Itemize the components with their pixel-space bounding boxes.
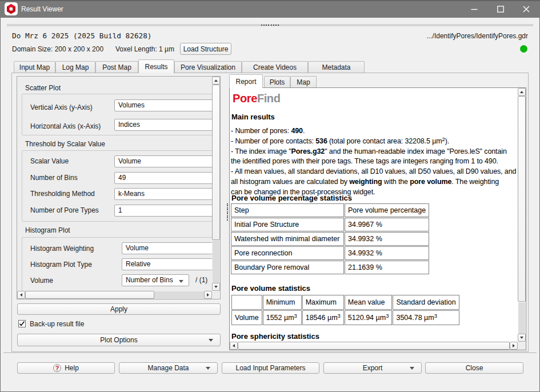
chevron-down-icon: [179, 280, 183, 283]
splitter-dot: [268, 25, 269, 26]
report-text-segment: " and the human-readable index image "Po…: [325, 147, 507, 155]
group-title-threshold: Threshold by Scalar Value: [25, 140, 105, 148]
vertical-scrollbar-track[interactable]: [213, 241, 219, 283]
table-cell: Maximum: [302, 295, 344, 310]
table-cell: Boundary Pore removal: [231, 261, 344, 274]
report-text-segment: .: [303, 127, 305, 135]
table-row: Minimum Maximum Mean value Standard devi…: [231, 295, 459, 310]
manage-data-label: Manage Data: [147, 364, 189, 372]
chevron-down-icon: [206, 367, 210, 370]
tab-report[interactable]: Report: [229, 74, 263, 88]
number-of-pore-types-input[interactable]: 1: [114, 205, 212, 217]
horizontal-axis-combobox[interactable]: Indices: [114, 119, 212, 131]
table-row: Volume 1552 µm3 18546 µm3 5120.94 µm3 35…: [231, 310, 459, 325]
report-view: PoreFind Main results - Number of pores:…: [230, 88, 518, 342]
table-row: Boundary Pore removal21.1639 %: [231, 261, 429, 274]
close-button[interactable]: Close: [425, 362, 523, 374]
tab-input-map[interactable]: Input Map: [14, 61, 55, 73]
horizontal-scrollbar-track[interactable]: [154, 291, 204, 298]
table-cell: Pore reconnection: [231, 246, 344, 260]
tab-pore-visualization[interactable]: Pore Visualization: [174, 61, 242, 73]
scroll-down-button[interactable]: [212, 283, 220, 291]
tab-label: Map: [297, 78, 310, 86]
maximize-button[interactable]: [487, 0, 514, 18]
group-title-scatter-plot: Scatter Plot: [25, 84, 61, 92]
thresholding-method-combobox[interactable]: k-Means: [114, 188, 212, 200]
histogram-weighting-combobox[interactable]: Volume: [122, 242, 212, 254]
number-of-bins-input[interactable]: 49: [114, 172, 212, 184]
parameters-viewport: Scatter Plot Vertical Axis (y-Axis) Volu…: [17, 77, 212, 291]
splitter-dot: [275, 25, 277, 26]
tab-plots[interactable]: Plots: [264, 76, 290, 87]
report-horizontal-scrollbar-thumb[interactable]: [238, 342, 510, 350]
table-cell-superscript: 3: [386, 313, 389, 319]
vertical-axis-combobox[interactable]: Volumes: [114, 99, 212, 111]
tab-results[interactable]: Results: [138, 59, 174, 73]
tab-label: Plots: [270, 78, 285, 86]
scroll-right-button[interactable]: [204, 291, 212, 299]
vertical-splitter-handle[interactable]: [225, 202, 229, 221]
table-cell: Volume: [231, 310, 262, 325]
report-text-segment: all histogram values are calculated by: [231, 178, 349, 186]
table-cell-value: 5120.94 µm: [348, 314, 386, 322]
chevron-down-icon: [410, 367, 414, 370]
minimize-button[interactable]: [461, 0, 487, 18]
report-scroll-left-button[interactable]: [230, 342, 238, 350]
report-text-segment: 536: [315, 137, 327, 145]
close-x-icon: [523, 6, 530, 13]
tab-log-map[interactable]: Log Map: [55, 61, 95, 73]
tab-label: Log Map: [62, 63, 89, 71]
splitter-dot: [227, 215, 228, 217]
report-scroll-right-button[interactable]: [510, 342, 518, 350]
report-vertical-scrollbar-thumb[interactable]: [518, 96, 526, 302]
tab-create-videos[interactable]: Create Videos: [242, 61, 308, 73]
scalar-value-combobox[interactable]: Volume: [114, 155, 212, 167]
report-vertical-scrollbar-track[interactable]: [518, 302, 525, 334]
close-icon[interactable]: [513, 0, 539, 18]
table-cell-value: 18546 µm: [306, 314, 338, 322]
report-text-segment: - Number of pore contacts:: [231, 137, 315, 145]
manage-data-button[interactable]: Manage Data: [119, 362, 218, 374]
backup-result-file-checkbox[interactable]: [18, 320, 26, 327]
scroll-left-button[interactable]: [17, 291, 25, 299]
help-button[interactable]: ?Help: [17, 362, 115, 374]
scroll-up-button[interactable]: [212, 77, 220, 85]
field-value: 49: [118, 174, 126, 182]
splitter-dot: [271, 25, 272, 26]
field-value: Number of Bins: [126, 276, 173, 284]
logo-part-pore: Pore: [233, 92, 257, 105]
tab-label: Input Map: [19, 63, 50, 71]
field-value: k-Means: [118, 190, 145, 198]
triangle-up-icon: [520, 91, 523, 93]
pore-volume-statistics-table: Minimum Maximum Mean value Standard devi…: [231, 294, 460, 326]
table-cell: 34.9932 %: [345, 246, 429, 260]
table-cell: Pore volume percentage: [345, 203, 429, 217]
table-cell: Watershed with minimal diameter: [231, 232, 344, 246]
pore-volume-percentage-table: Step Pore volume percentage Initial Pore…: [230, 203, 430, 275]
splitter-dot: [227, 203, 228, 205]
vertical-scrollbar-thumb[interactable]: [212, 85, 220, 240]
tab-label: Results: [145, 63, 167, 71]
triangle-left-icon: [233, 344, 235, 347]
domain-size-label: Domain Size: 200 x 200 x 200: [12, 45, 103, 53]
report-scroll-up-button[interactable]: [518, 88, 526, 96]
report-scrollbar-corner: [518, 342, 526, 350]
horizontal-splitter-handle[interactable]: [7, 24, 533, 26]
field-label: Volume: [30, 277, 53, 285]
plot-options-button[interactable]: Plot Options: [17, 334, 221, 346]
field-value: Relative: [126, 260, 150, 268]
load-input-parameters-button[interactable]: Load Input Parameters: [222, 362, 319, 374]
export-button[interactable]: Export: [323, 362, 422, 374]
footer-separator: [3, 353, 537, 354]
tab-map[interactable]: Map: [290, 76, 317, 87]
tab-metadata[interactable]: Metadata: [308, 61, 365, 73]
volume-bins-combobox[interactable]: Number of Bins: [122, 274, 189, 286]
report-text-segment: Pores.g32: [291, 147, 325, 155]
histogram-plot-type-combobox[interactable]: Relative: [122, 258, 212, 270]
tab-post-map[interactable]: Post Map: [95, 61, 138, 73]
table-cell-value: 3504.78 µm: [396, 314, 434, 322]
report-scroll-down-button[interactable]: [518, 334, 526, 342]
horizontal-scrollbar-thumb[interactable]: [25, 291, 154, 299]
load-structure-button[interactable]: Load Structure: [180, 43, 231, 55]
apply-button[interactable]: Apply: [17, 303, 221, 315]
